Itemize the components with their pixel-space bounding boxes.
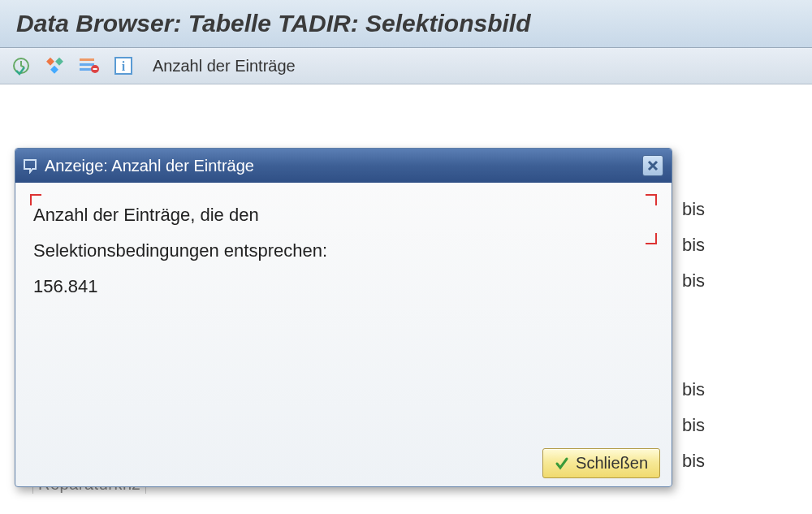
- count-dialog: Anzeige: Anzahl der Einträge Anzahl der …: [15, 148, 672, 487]
- dialog-message-line: Selektionsbedingungen entsprechen:: [33, 233, 654, 269]
- bis-label: bis: [682, 415, 731, 436]
- title-text: Data Browser: Tabelle TADIR: Selektionsb…: [16, 10, 530, 37]
- svg-rect-3: [50, 66, 58, 74]
- toolbar: i Anzahl der Einträge: [0, 48, 812, 84]
- check-icon: [555, 456, 569, 471]
- bis-label: bis: [682, 379, 731, 400]
- dialog-icon: [22, 158, 38, 174]
- close-icon: [647, 160, 659, 171]
- bis-label: bis: [682, 270, 731, 292]
- focus-bracket-icon: [646, 233, 657, 244]
- svg-rect-1: [46, 58, 54, 66]
- svg-text:i: i: [122, 59, 126, 73]
- range-to-row: bis: [674, 443, 812, 479]
- variants-icon[interactable]: [44, 54, 67, 77]
- bis-column: bis bis bis bis bis bis: [674, 130, 812, 479]
- dialog-footer: Schließen: [15, 440, 672, 486]
- svg-rect-8: [93, 68, 97, 70]
- dialog-message-line: Anzahl der Einträge, die den: [33, 197, 654, 233]
- bis-label: bis: [682, 451, 731, 472]
- info-icon[interactable]: i: [112, 54, 135, 77]
- execute-icon[interactable]: [10, 54, 32, 77]
- dialog-titlebar[interactable]: Anzeige: Anzahl der Einträge: [15, 149, 672, 183]
- svg-rect-5: [80, 63, 94, 66]
- bis-label: bis: [682, 199, 731, 220]
- svg-rect-4: [80, 58, 94, 61]
- svg-rect-2: [55, 58, 63, 66]
- range-to-row: bis: [674, 227, 812, 263]
- focus-bracket-icon: [30, 194, 41, 205]
- dialog-title: Anzeige: Anzahl der Einträge: [45, 157, 254, 175]
- dialog-close-button[interactable]: [642, 155, 663, 176]
- settings-list-icon[interactable]: [78, 54, 101, 77]
- range-to-row: bis: [674, 192, 812, 227]
- entries-count-button[interactable]: Anzahl der Einträge: [153, 57, 296, 76]
- range-to-row: bis: [674, 408, 812, 443]
- close-button-label: Schließen: [576, 454, 648, 473]
- dialog-body: Anzahl der Einträge, die den Selektionsb…: [15, 183, 672, 440]
- bis-label: bis: [682, 235, 731, 256]
- range-to-row: bis: [674, 372, 812, 408]
- dialog-count-value: 156.841: [33, 269, 654, 305]
- focus-bracket-icon: [646, 194, 657, 205]
- close-button[interactable]: Schließen: [542, 448, 660, 478]
- page-title: Data Browser: Tabelle TADIR: Selektionsb…: [0, 0, 812, 48]
- range-to-row: bis: [674, 263, 812, 299]
